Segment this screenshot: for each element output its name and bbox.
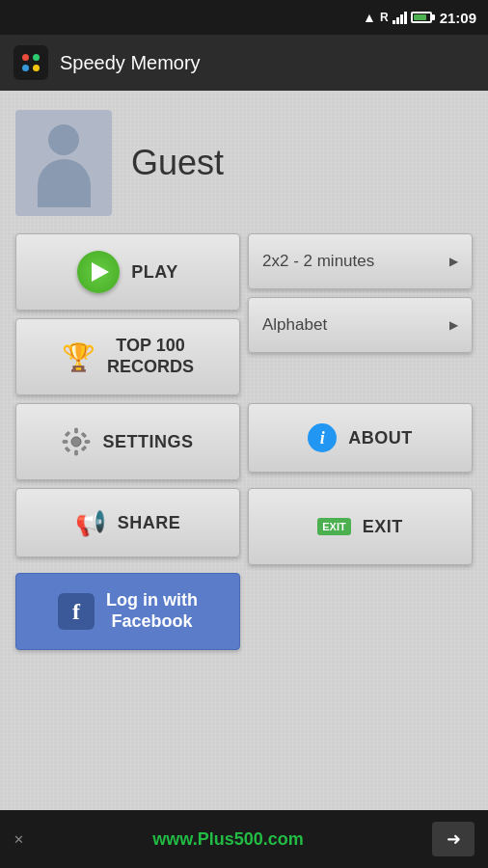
app-logo bbox=[22, 54, 40, 71]
signal-icon bbox=[393, 11, 407, 24]
mode-dropdown[interactable]: 2x2 - 2 minutes ▶ bbox=[248, 233, 473, 289]
info-icon: i bbox=[308, 423, 337, 452]
top100-button[interactable]: 🏆 TOP 100RECORDS bbox=[15, 318, 240, 395]
svg-rect-7 bbox=[66, 447, 71, 452]
about-label: ABOUT bbox=[348, 428, 413, 448]
trophy-icon: 🏆 bbox=[62, 341, 95, 373]
dot-green bbox=[33, 54, 40, 61]
app-bar: Speedy Memory bbox=[0, 35, 488, 91]
about-button[interactable]: i ABOUT bbox=[248, 403, 473, 473]
play-icon bbox=[77, 251, 120, 293]
play-label: PLAY bbox=[131, 262, 177, 283]
exit-button[interactable]: EXIT EXIT bbox=[248, 488, 473, 565]
ad-bar: ✕ www.Plus500.com ➜ bbox=[0, 810, 488, 868]
gear-icon bbox=[62, 427, 91, 456]
exit-icon: EXIT bbox=[317, 518, 350, 535]
dot-red bbox=[22, 54, 29, 61]
user-name: Guest bbox=[131, 143, 224, 183]
svg-rect-3 bbox=[63, 441, 68, 444]
share-label: SHARE bbox=[118, 513, 181, 533]
app-icon bbox=[14, 45, 48, 80]
network-icon: R bbox=[380, 11, 389, 24]
share-button[interactable]: 📢 SHARE bbox=[15, 488, 240, 557]
avatar-head bbox=[48, 124, 79, 155]
main-content: Guest PLAY 2x2 - 2 minutes ▶ Alphabet ▶ bbox=[0, 91, 488, 810]
play-button[interactable]: PLAY bbox=[15, 233, 240, 311]
battery-icon bbox=[411, 12, 432, 23]
close-icon[interactable]: ✕ bbox=[14, 832, 24, 847]
mode-arrow: ▶ bbox=[449, 255, 458, 268]
wifi-icon: ▲ bbox=[363, 10, 376, 25]
svg-rect-5 bbox=[66, 431, 71, 437]
svg-rect-2 bbox=[75, 450, 78, 455]
theme-arrow: ▶ bbox=[449, 318, 458, 332]
facebook-icon: f bbox=[58, 593, 95, 630]
facebook-login-button[interactable]: f Log in with Facebook bbox=[15, 573, 240, 650]
arrow-icon: ➜ bbox=[447, 828, 461, 850]
status-icons: ▲ R 21:09 bbox=[363, 10, 476, 26]
svg-rect-8 bbox=[82, 446, 88, 451]
ad-url[interactable]: www.Plus500.com bbox=[152, 829, 303, 850]
settings-button[interactable]: SETTINGS bbox=[15, 403, 240, 480]
facebook-label: Log in with Facebook bbox=[106, 590, 198, 632]
mode-text: 2x2 - 2 minutes bbox=[262, 252, 374, 271]
exit-label: EXIT bbox=[363, 517, 403, 537]
theme-dropdown[interactable]: Alphabet ▶ bbox=[248, 297, 473, 353]
dot-blue bbox=[22, 65, 29, 71]
buttons-grid: PLAY 2x2 - 2 minutes ▶ Alphabet ▶ 🏆 TOP … bbox=[15, 233, 473, 650]
svg-point-0 bbox=[71, 437, 81, 447]
svg-rect-1 bbox=[75, 428, 78, 433]
dot-yellow bbox=[33, 65, 40, 71]
top100-label: TOP 100RECORDS bbox=[107, 336, 194, 377]
svg-rect-6 bbox=[82, 432, 88, 438]
status-bar: ▲ R 21:09 bbox=[0, 0, 488, 35]
svg-rect-4 bbox=[85, 441, 90, 444]
avatar bbox=[15, 110, 112, 216]
user-header: Guest bbox=[15, 110, 473, 216]
settings-column: 2x2 - 2 minutes ▶ Alphabet ▶ bbox=[248, 233, 473, 395]
avatar-silhouette bbox=[35, 124, 93, 202]
play-triangle bbox=[92, 262, 109, 282]
theme-text: Alphabet bbox=[262, 315, 327, 335]
play-column: PLAY bbox=[15, 233, 240, 311]
share-icon: 📢 bbox=[75, 508, 106, 538]
settings-label: SETTINGS bbox=[102, 432, 193, 452]
avatar-body bbox=[38, 159, 91, 207]
status-time: 21:09 bbox=[440, 10, 476, 26]
ad-close: ✕ bbox=[14, 832, 24, 847]
ad-arrow-button[interactable]: ➜ bbox=[432, 822, 474, 856]
app-title: Speedy Memory bbox=[60, 52, 201, 74]
